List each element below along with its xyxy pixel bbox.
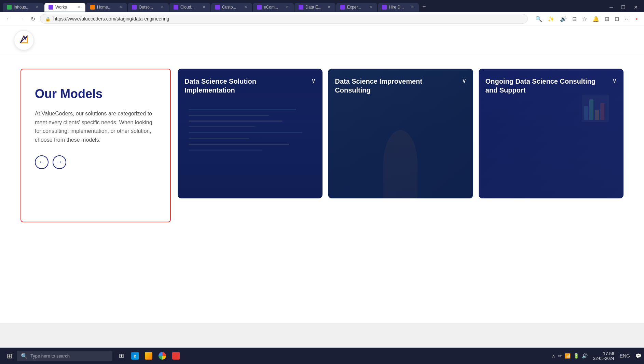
tab-custo[interactable]: Custo... ✕ xyxy=(211,3,252,12)
address-bar[interactable]: 🔒 https://www.valuecoders.com/staging/da… xyxy=(40,14,528,24)
our-models-card: Our Models At ValueCoders, our solutions… xyxy=(20,69,171,222)
tab-outso[interactable]: Outso... ✕ xyxy=(128,3,169,12)
tab-label-home: Home... xyxy=(97,5,116,10)
tab-close-hired[interactable]: ✕ xyxy=(410,5,415,9)
tab-favicon-cloud xyxy=(174,5,178,10)
site-header xyxy=(0,26,644,55)
taskbar-search-input[interactable] xyxy=(30,353,108,359)
tab-favicon-custo xyxy=(215,5,220,10)
tray-wifi-icon[interactable]: 📶 xyxy=(565,353,571,359)
tab-inhouse[interactable]: Inhous... ✕ xyxy=(3,3,44,12)
card1-content: Data Science Solution Implementation ∨ xyxy=(178,69,323,198)
next-arrow-button[interactable]: → xyxy=(53,155,66,169)
tray-battery-icon[interactable]: 🔋 xyxy=(573,353,579,359)
tab-label-hired: Hire D... xyxy=(389,5,408,10)
tab-label-cloud: Cloud... xyxy=(180,5,200,10)
taskbar-app5-icon[interactable] xyxy=(170,350,182,362)
tab-ecom[interactable]: eCom... ✕ xyxy=(253,3,294,12)
language-indicator: ENG xyxy=(620,353,630,359)
card2-content: Data Science Improvement Consulting ∨ xyxy=(328,69,473,198)
system-clock[interactable]: 17:56 22-05-2024 xyxy=(593,351,614,361)
taskbar-chrome-icon[interactable] xyxy=(156,350,168,362)
taskbar: ⊞ 🔍 ⊞ e ∧ ✏ 📶 🔋 🔊 17:56 22-05-2024 xyxy=(0,348,644,364)
card2-title: Data Science Improvement Consulting xyxy=(335,77,459,95)
tab-label-inhouse: Inhous... xyxy=(14,5,33,10)
tab-bar: Inhous... ✕ Works ✕ Home... ✕ Outso... ✕… xyxy=(0,0,644,12)
url-text: https://www.valuecoders.com/staging/data… xyxy=(53,16,523,22)
clock-time: 17:56 xyxy=(593,351,614,356)
tab-home[interactable]: Home... ✕ xyxy=(86,3,127,12)
restore-button[interactable]: ❐ xyxy=(618,3,629,11)
navigation-bar: ← → ↻ 🔒 https://www.valuecoders.com/stag… xyxy=(0,12,644,26)
nav-icons: 🔍 ✨ 🔊 ⊟ ☆ 🔔 ⊞ ⊡ ⋯ ● xyxy=(533,14,640,24)
tray-pencil-icon[interactable]: ✏ xyxy=(558,353,562,359)
card2-header: Data Science Improvement Consulting ∨ xyxy=(335,77,466,95)
start-button[interactable]: ⊞ xyxy=(3,349,17,363)
copilot-icon-button[interactable]: ✨ xyxy=(546,14,557,24)
tab-close-data[interactable]: ✕ xyxy=(327,5,331,9)
tab-favicon-works xyxy=(49,5,53,10)
tab-works[interactable]: Works ✕ xyxy=(44,3,85,12)
tab-label-ecom: eCom... xyxy=(264,5,283,10)
tab-close-ecom[interactable]: ✕ xyxy=(285,5,290,9)
close-button[interactable]: ✕ xyxy=(630,3,641,11)
window-controls: ─ ❐ ✕ xyxy=(606,3,641,11)
collections-button[interactable]: 🔔 xyxy=(590,14,601,24)
system-tray: ∧ ✏ 📶 🔋 🔊 xyxy=(552,353,588,359)
service-cards-container: Data Science Solution Implementation ∨ D… xyxy=(178,69,624,198)
tab-close-custo[interactable]: ✕ xyxy=(243,5,248,9)
tab-favicon-home xyxy=(90,5,95,10)
tab-label-works: Works xyxy=(55,5,74,10)
tray-up-arrow[interactable]: ∧ xyxy=(552,353,555,359)
card3-header: Ongoing Data Science Consulting and Supp… xyxy=(485,77,617,95)
tab-close-outso[interactable]: ✕ xyxy=(160,5,165,9)
tab-close-home[interactable]: ✕ xyxy=(118,5,123,9)
site-logo[interactable] xyxy=(14,30,34,51)
card3-title: Ongoing Data Science Consulting and Supp… xyxy=(485,77,609,95)
taskbar-right-area: ∧ ✏ 📶 🔋 🔊 17:56 22-05-2024 ENG 💬 xyxy=(552,351,641,361)
tab-close-inhouse[interactable]: ✕ xyxy=(35,5,40,9)
refresh-button[interactable]: ↻ xyxy=(29,14,37,24)
taskbar-edge-icon[interactable]: e xyxy=(129,350,141,362)
taskbar-pinned-icons: ⊞ e xyxy=(115,350,182,362)
profile-button[interactable]: ● xyxy=(633,14,640,24)
back-button[interactable]: ← xyxy=(4,14,14,23)
read-aloud-button[interactable]: 🔊 xyxy=(558,14,569,24)
tab-hired[interactable]: Hire D... ✕ xyxy=(378,3,419,12)
tab-label-data: Data E... xyxy=(305,5,325,10)
tab-favicon-outso xyxy=(132,5,137,10)
tab-close-works[interactable]: ✕ xyxy=(77,5,81,9)
prev-arrow-button[interactable]: ← xyxy=(35,155,49,169)
card2-chevron-icon: ∨ xyxy=(462,77,466,84)
tab-favicon-hired xyxy=(382,5,387,10)
tab-close-cloud[interactable]: ✕ xyxy=(202,5,206,9)
tray-speaker-icon[interactable]: 🔊 xyxy=(582,353,588,359)
service-card-3[interactable]: Ongoing Data Science Consulting and Supp… xyxy=(479,69,624,198)
menu-button[interactable]: ⋯ xyxy=(622,14,632,24)
main-section: Our Models At ValueCoders, our solutions… xyxy=(0,55,644,323)
tab-favicon-inhouse xyxy=(7,5,12,10)
tab-data[interactable]: Data E... ✕ xyxy=(294,3,335,12)
clock-date: 22-05-2024 xyxy=(593,356,614,361)
sidebar-button[interactable]: ⊞ xyxy=(603,14,611,24)
card1-title: Data Science Solution Implementation xyxy=(184,77,309,95)
workspaces-button[interactable]: ⊡ xyxy=(613,14,621,24)
tab-cloud[interactable]: Cloud... ✕ xyxy=(169,3,210,12)
split-screen-button[interactable]: ⊟ xyxy=(570,14,579,24)
our-models-title: Our Models xyxy=(35,86,156,101)
card3-content: Ongoing Data Science Consulting and Supp… xyxy=(479,69,624,198)
favorites-button[interactable]: ☆ xyxy=(580,14,589,24)
tab-close-expert[interactable]: ✕ xyxy=(368,5,373,9)
taskbar-task-view[interactable]: ⊞ xyxy=(115,350,127,362)
taskbar-file-explorer[interactable] xyxy=(142,350,155,362)
minimize-button[interactable]: ─ xyxy=(606,3,616,11)
service-card-1[interactable]: Data Science Solution Implementation ∨ xyxy=(178,69,323,198)
taskbar-search[interactable]: 🔍 xyxy=(17,351,112,361)
service-card-2[interactable]: Data Science Improvement Consulting ∨ xyxy=(328,69,473,198)
tab-expert[interactable]: Exper... ✕ xyxy=(336,3,377,12)
carousel-nav-arrows: ← → xyxy=(35,155,156,169)
new-tab-button[interactable]: + xyxy=(420,2,429,12)
search-icon-button[interactable]: 🔍 xyxy=(533,14,544,24)
notifications-button[interactable]: 💬 xyxy=(635,353,641,359)
forward-button[interactable]: → xyxy=(16,14,26,23)
